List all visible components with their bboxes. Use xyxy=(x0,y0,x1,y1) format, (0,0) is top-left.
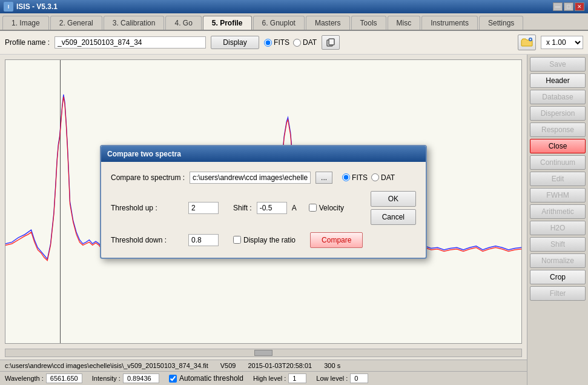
tab-gnuplot[interactable]: 6. Gnuplot xyxy=(253,16,305,30)
shift-label: Shift : xyxy=(233,204,252,212)
zoom-select[interactable]: x 1.00 xyxy=(541,36,583,49)
auto-threshold-label[interactable]: Automatic threshold xyxy=(169,374,243,383)
tab-instruments[interactable]: Instruments xyxy=(421,16,478,30)
tab-profile[interactable]: 5. Profile xyxy=(203,16,252,30)
dialog-dat-radio[interactable] xyxy=(371,173,379,181)
tab-tools[interactable]: Tools xyxy=(351,16,386,30)
profile-name-label: Profile name : xyxy=(5,38,50,47)
profile-bar: Profile name : Display FITS DAT xyxy=(0,31,588,55)
object-name: V509 xyxy=(220,362,236,369)
dialog-overlay: Compare two spectra Compare to spectrum … xyxy=(5,60,521,343)
dialog-dat-label[interactable]: DAT xyxy=(371,173,395,182)
app-window: 1. Image 2. General 3. Calibration 4. Go… xyxy=(0,13,588,385)
threshold-down-row: Threshold down : Display the ratio Compa… xyxy=(111,232,416,248)
shift-input[interactable] xyxy=(257,202,287,214)
dat-radio-label[interactable]: DAT xyxy=(293,38,317,47)
wavelength-value: 6561.650 xyxy=(46,373,82,383)
tab-general[interactable]: 2. General xyxy=(50,16,102,30)
exposure-time: 300 s xyxy=(324,362,340,369)
close-button[interactable]: ✕ xyxy=(575,2,584,11)
display-ratio-label[interactable]: Display the ratio xyxy=(233,236,296,244)
copy-button[interactable] xyxy=(322,35,340,50)
status-bar: c:\users\andrew\ccd images\echelle\isis\… xyxy=(0,360,527,371)
high-level-field: High level : 1 xyxy=(253,373,306,383)
database-button[interactable]: Database xyxy=(530,90,586,104)
normalize-button[interactable]: Normalize xyxy=(530,253,586,268)
compare-spectra-dialog: Compare two spectra Compare to spectrum … xyxy=(100,145,427,259)
low-level-label: Low level : xyxy=(316,375,348,382)
velocity-checkbox[interactable] xyxy=(309,204,317,212)
crop-button[interactable]: Crop xyxy=(530,270,586,284)
edit-button[interactable]: Edit xyxy=(530,172,586,186)
h2o-button[interactable]: H2O xyxy=(530,221,586,235)
tab-image[interactable]: 1. Image xyxy=(2,16,49,30)
title-bar-left: I ISIS - V5.3.1 xyxy=(4,2,58,12)
header-button[interactable]: Header xyxy=(530,73,586,88)
tab-go[interactable]: 4. Go xyxy=(165,16,201,30)
filter-button[interactable]: Filter xyxy=(530,286,586,301)
sidebar: Save Header Database Dispersion Response… xyxy=(527,55,588,385)
graph-container: Compare two spectra Compare to spectrum … xyxy=(0,55,527,385)
folder-button[interactable] xyxy=(518,35,536,50)
arithmetic-button[interactable]: Arithmetic xyxy=(530,204,586,219)
tab-masters[interactable]: Masters xyxy=(306,16,350,30)
ok-button[interactable]: OK xyxy=(371,191,416,207)
threshold-down-label: Threshold down : xyxy=(111,236,183,244)
display-button[interactable]: Display xyxy=(211,36,259,49)
file-path: c:\users\andrew\ccd images\echelle\isis\… xyxy=(5,362,208,369)
low-level-field: Low level : 0 xyxy=(316,373,368,383)
wavelength-field: Wavelength : 6561.650 xyxy=(5,373,82,383)
dialog-fits-label[interactable]: FITS xyxy=(342,173,368,182)
title-bar: I ISIS - V5.3.1 — □ ✕ xyxy=(0,0,588,13)
save-button[interactable]: Save xyxy=(530,57,586,72)
intensity-value: 0.89436 xyxy=(123,373,159,383)
spectrum-graph: Compare two spectra Compare to spectrum … xyxy=(5,59,522,344)
dat-radio[interactable] xyxy=(293,39,301,47)
window-controls[interactable]: — □ ✕ xyxy=(553,2,584,11)
compare-spectrum-row: Compare to spectrum : ... FITS xyxy=(111,172,416,184)
profile-name-input[interactable] xyxy=(55,36,206,49)
close-button-sidebar[interactable]: Close xyxy=(530,139,586,153)
threshold-up-label: Threshold up : xyxy=(111,204,183,212)
dialog-fits-radio[interactable] xyxy=(342,173,350,181)
threshold-down-input[interactable] xyxy=(188,234,219,246)
wavelength-label: Wavelength : xyxy=(5,375,44,382)
compare-button[interactable]: Compare xyxy=(310,232,363,248)
dialog-format-group: FITS DAT xyxy=(342,173,395,182)
shift-button[interactable]: Shift xyxy=(530,237,586,252)
threshold-up-input[interactable] xyxy=(188,202,219,214)
continuum-button[interactable]: Continuum xyxy=(530,155,586,170)
intensity-field: Intensity : 0.89436 xyxy=(92,373,159,383)
intensity-label: Intensity : xyxy=(92,375,121,382)
app-title: ISIS - V5.3.1 xyxy=(16,2,58,11)
browse-button[interactable]: ... xyxy=(315,172,332,184)
dialog-action-buttons: OK Cancel xyxy=(371,191,416,225)
format-radio-group: FITS DAT xyxy=(264,38,317,47)
display-ratio-checkbox[interactable] xyxy=(233,236,241,244)
maximize-button[interactable]: □ xyxy=(564,2,573,11)
threshold-up-row: Threshold up : Shift : A Velocity xyxy=(111,191,416,225)
main-area: Compare two spectra Compare to spectrum … xyxy=(0,55,588,385)
cancel-button[interactable]: Cancel xyxy=(371,209,416,225)
app-icon: I xyxy=(4,2,13,12)
observation-date: 2015-01-03T20:58:01 xyxy=(248,362,312,369)
tab-calibration[interactable]: 3. Calibration xyxy=(104,16,165,30)
folder-icon xyxy=(521,38,533,47)
velocity-checkbox-label[interactable]: Velocity xyxy=(309,204,344,212)
fits-radio-label[interactable]: FITS xyxy=(264,38,289,47)
copy-icon xyxy=(326,38,335,47)
horizontal-scrollbar[interactable] xyxy=(5,349,522,357)
fits-radio[interactable] xyxy=(264,39,272,47)
auto-threshold-checkbox[interactable] xyxy=(169,375,177,383)
dialog-body: Compare to spectrum : ... FITS xyxy=(101,162,426,258)
high-level-value: 1 xyxy=(288,373,306,383)
minimize-button[interactable]: — xyxy=(553,2,563,11)
tab-settings[interactable]: Settings xyxy=(479,16,523,30)
dispersion-button[interactable]: Dispersion xyxy=(530,106,586,121)
response-button[interactable]: Response xyxy=(530,122,586,137)
fwhm-button[interactable]: FWHM xyxy=(530,188,586,203)
tab-misc[interactable]: Misc xyxy=(388,16,421,30)
tab-bar: 1. Image 2. General 3. Calibration 4. Go… xyxy=(0,13,588,31)
compare-spectrum-input[interactable] xyxy=(190,172,311,184)
scrollbar-thumb[interactable] xyxy=(254,350,273,356)
